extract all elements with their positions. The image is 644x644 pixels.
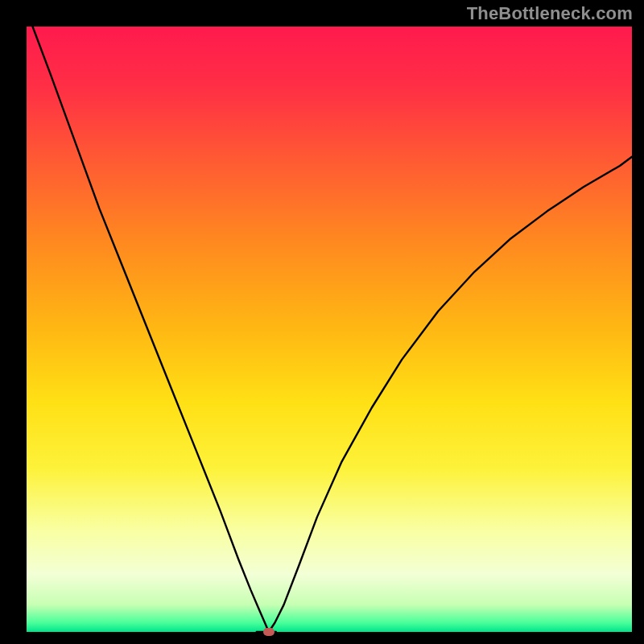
chart-frame: TheBottleneck.com [0,0,644,644]
optimum-dot [263,628,275,636]
plot-background [27,27,632,632]
chart-svg [0,0,644,644]
watermark-text: TheBottleneck.com [467,3,633,24]
